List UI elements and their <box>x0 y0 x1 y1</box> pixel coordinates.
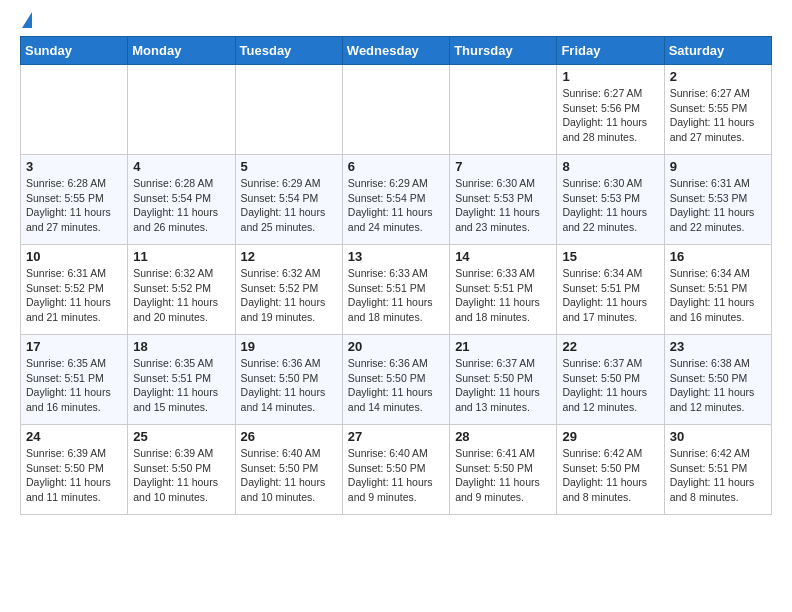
calendar-cell: 22Sunrise: 6:37 AM Sunset: 5:50 PM Dayli… <box>557 335 664 425</box>
day-info: Sunrise: 6:33 AM Sunset: 5:51 PM Dayligh… <box>455 266 551 325</box>
calendar-cell: 15Sunrise: 6:34 AM Sunset: 5:51 PM Dayli… <box>557 245 664 335</box>
calendar-weekday-friday: Friday <box>557 37 664 65</box>
calendar-cell: 9Sunrise: 6:31 AM Sunset: 5:53 PM Daylig… <box>664 155 771 245</box>
calendar-weekday-wednesday: Wednesday <box>342 37 449 65</box>
day-number: 13 <box>348 249 444 264</box>
calendar-week-row-1: 1Sunrise: 6:27 AM Sunset: 5:56 PM Daylig… <box>21 65 772 155</box>
calendar-cell: 12Sunrise: 6:32 AM Sunset: 5:52 PM Dayli… <box>235 245 342 335</box>
calendar-cell: 7Sunrise: 6:30 AM Sunset: 5:53 PM Daylig… <box>450 155 557 245</box>
day-number: 1 <box>562 69 658 84</box>
day-info: Sunrise: 6:31 AM Sunset: 5:52 PM Dayligh… <box>26 266 122 325</box>
day-number: 23 <box>670 339 766 354</box>
day-info: Sunrise: 6:36 AM Sunset: 5:50 PM Dayligh… <box>241 356 337 415</box>
calendar-cell: 2Sunrise: 6:27 AM Sunset: 5:55 PM Daylig… <box>664 65 771 155</box>
calendar-cell: 8Sunrise: 6:30 AM Sunset: 5:53 PM Daylig… <box>557 155 664 245</box>
day-info: Sunrise: 6:29 AM Sunset: 5:54 PM Dayligh… <box>348 176 444 235</box>
day-info: Sunrise: 6:40 AM Sunset: 5:50 PM Dayligh… <box>348 446 444 505</box>
day-info: Sunrise: 6:42 AM Sunset: 5:51 PM Dayligh… <box>670 446 766 505</box>
calendar-week-row-5: 24Sunrise: 6:39 AM Sunset: 5:50 PM Dayli… <box>21 425 772 515</box>
calendar-week-row-2: 3Sunrise: 6:28 AM Sunset: 5:55 PM Daylig… <box>21 155 772 245</box>
day-info: Sunrise: 6:38 AM Sunset: 5:50 PM Dayligh… <box>670 356 766 415</box>
day-info: Sunrise: 6:42 AM Sunset: 5:50 PM Dayligh… <box>562 446 658 505</box>
day-number: 4 <box>133 159 229 174</box>
day-info: Sunrise: 6:33 AM Sunset: 5:51 PM Dayligh… <box>348 266 444 325</box>
day-number: 19 <box>241 339 337 354</box>
calendar-cell <box>450 65 557 155</box>
day-number: 16 <box>670 249 766 264</box>
logo-triangle-icon <box>22 12 32 28</box>
day-info: Sunrise: 6:39 AM Sunset: 5:50 PM Dayligh… <box>26 446 122 505</box>
calendar-header-row: SundayMondayTuesdayWednesdayThursdayFrid… <box>21 37 772 65</box>
day-number: 24 <box>26 429 122 444</box>
day-info: Sunrise: 6:39 AM Sunset: 5:50 PM Dayligh… <box>133 446 229 505</box>
calendar-cell: 28Sunrise: 6:41 AM Sunset: 5:50 PM Dayli… <box>450 425 557 515</box>
calendar-weekday-sunday: Sunday <box>21 37 128 65</box>
calendar-weekday-thursday: Thursday <box>450 37 557 65</box>
day-number: 27 <box>348 429 444 444</box>
calendar-cell: 11Sunrise: 6:32 AM Sunset: 5:52 PM Dayli… <box>128 245 235 335</box>
day-number: 9 <box>670 159 766 174</box>
calendar-cell <box>21 65 128 155</box>
day-number: 30 <box>670 429 766 444</box>
calendar-cell <box>128 65 235 155</box>
day-number: 8 <box>562 159 658 174</box>
calendar-cell: 25Sunrise: 6:39 AM Sunset: 5:50 PM Dayli… <box>128 425 235 515</box>
day-info: Sunrise: 6:37 AM Sunset: 5:50 PM Dayligh… <box>455 356 551 415</box>
day-info: Sunrise: 6:27 AM Sunset: 5:56 PM Dayligh… <box>562 86 658 145</box>
day-number: 17 <box>26 339 122 354</box>
day-number: 7 <box>455 159 551 174</box>
day-info: Sunrise: 6:40 AM Sunset: 5:50 PM Dayligh… <box>241 446 337 505</box>
day-number: 3 <box>26 159 122 174</box>
calendar-cell: 20Sunrise: 6:36 AM Sunset: 5:50 PM Dayli… <box>342 335 449 425</box>
day-info: Sunrise: 6:27 AM Sunset: 5:55 PM Dayligh… <box>670 86 766 145</box>
calendar-cell: 21Sunrise: 6:37 AM Sunset: 5:50 PM Dayli… <box>450 335 557 425</box>
day-info: Sunrise: 6:37 AM Sunset: 5:50 PM Dayligh… <box>562 356 658 415</box>
day-info: Sunrise: 6:30 AM Sunset: 5:53 PM Dayligh… <box>562 176 658 235</box>
calendar-cell: 5Sunrise: 6:29 AM Sunset: 5:54 PM Daylig… <box>235 155 342 245</box>
day-info: Sunrise: 6:32 AM Sunset: 5:52 PM Dayligh… <box>133 266 229 325</box>
day-number: 22 <box>562 339 658 354</box>
day-number: 21 <box>455 339 551 354</box>
day-number: 29 <box>562 429 658 444</box>
day-info: Sunrise: 6:31 AM Sunset: 5:53 PM Dayligh… <box>670 176 766 235</box>
calendar-weekday-monday: Monday <box>128 37 235 65</box>
calendar-cell: 10Sunrise: 6:31 AM Sunset: 5:52 PM Dayli… <box>21 245 128 335</box>
calendar-week-row-4: 17Sunrise: 6:35 AM Sunset: 5:51 PM Dayli… <box>21 335 772 425</box>
day-number: 14 <box>455 249 551 264</box>
day-info: Sunrise: 6:41 AM Sunset: 5:50 PM Dayligh… <box>455 446 551 505</box>
calendar-cell: 14Sunrise: 6:33 AM Sunset: 5:51 PM Dayli… <box>450 245 557 335</box>
calendar-weekday-tuesday: Tuesday <box>235 37 342 65</box>
day-number: 11 <box>133 249 229 264</box>
calendar-cell: 6Sunrise: 6:29 AM Sunset: 5:54 PM Daylig… <box>342 155 449 245</box>
day-info: Sunrise: 6:36 AM Sunset: 5:50 PM Dayligh… <box>348 356 444 415</box>
calendar-cell: 27Sunrise: 6:40 AM Sunset: 5:50 PM Dayli… <box>342 425 449 515</box>
day-number: 18 <box>133 339 229 354</box>
logo <box>20 16 32 28</box>
day-number: 26 <box>241 429 337 444</box>
calendar-week-row-3: 10Sunrise: 6:31 AM Sunset: 5:52 PM Dayli… <box>21 245 772 335</box>
calendar-weekday-saturday: Saturday <box>664 37 771 65</box>
day-info: Sunrise: 6:34 AM Sunset: 5:51 PM Dayligh… <box>562 266 658 325</box>
calendar-cell: 30Sunrise: 6:42 AM Sunset: 5:51 PM Dayli… <box>664 425 771 515</box>
calendar-table: SundayMondayTuesdayWednesdayThursdayFrid… <box>20 36 772 515</box>
day-number: 5 <box>241 159 337 174</box>
calendar-cell: 13Sunrise: 6:33 AM Sunset: 5:51 PM Dayli… <box>342 245 449 335</box>
day-info: Sunrise: 6:28 AM Sunset: 5:55 PM Dayligh… <box>26 176 122 235</box>
day-number: 25 <box>133 429 229 444</box>
page-container: SundayMondayTuesdayWednesdayThursdayFrid… <box>0 0 792 525</box>
day-info: Sunrise: 6:35 AM Sunset: 5:51 PM Dayligh… <box>133 356 229 415</box>
day-number: 12 <box>241 249 337 264</box>
calendar-cell: 24Sunrise: 6:39 AM Sunset: 5:50 PM Dayli… <box>21 425 128 515</box>
calendar-cell: 17Sunrise: 6:35 AM Sunset: 5:51 PM Dayli… <box>21 335 128 425</box>
calendar-cell: 29Sunrise: 6:42 AM Sunset: 5:50 PM Dayli… <box>557 425 664 515</box>
day-info: Sunrise: 6:30 AM Sunset: 5:53 PM Dayligh… <box>455 176 551 235</box>
calendar-cell <box>235 65 342 155</box>
calendar-cell: 23Sunrise: 6:38 AM Sunset: 5:50 PM Dayli… <box>664 335 771 425</box>
day-info: Sunrise: 6:34 AM Sunset: 5:51 PM Dayligh… <box>670 266 766 325</box>
day-number: 20 <box>348 339 444 354</box>
header <box>20 16 772 28</box>
day-info: Sunrise: 6:35 AM Sunset: 5:51 PM Dayligh… <box>26 356 122 415</box>
day-number: 10 <box>26 249 122 264</box>
calendar-cell: 1Sunrise: 6:27 AM Sunset: 5:56 PM Daylig… <box>557 65 664 155</box>
calendar-cell <box>342 65 449 155</box>
